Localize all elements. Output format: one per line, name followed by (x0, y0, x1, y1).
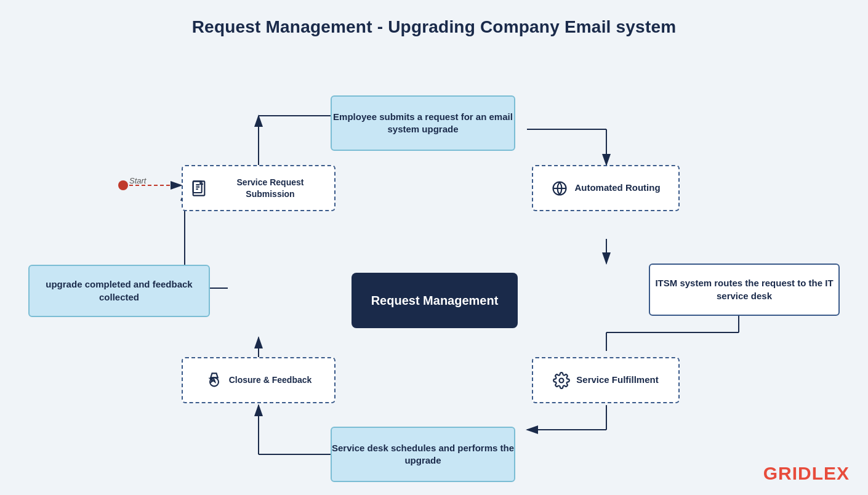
medal-icon (206, 372, 223, 389)
routing-icon (551, 180, 568, 197)
gear-icon (553, 372, 570, 389)
document-icon (190, 180, 207, 197)
service-request-box: Service Request Submission (182, 165, 336, 211)
page-title: Request Management - Upgrading Company E… (0, 0, 868, 49)
closure-feedback-box: Closure & Feedback (182, 357, 336, 403)
employee-request-box: Employee submits a request for an email … (331, 95, 515, 151)
start-label: Start (129, 176, 146, 185)
gridlex-text: GRID (763, 463, 812, 483)
service-desk-box: Service desk schedules and performs the … (331, 427, 515, 482)
svg-point-25 (560, 378, 564, 382)
automated-routing-box: Automated Routing (532, 165, 680, 211)
svg-rect-22 (193, 181, 205, 195)
itsm-routes-box: ITSM system routes the request to the IT… (649, 264, 840, 316)
gridlex-accent: LEX (812, 463, 850, 483)
service-fulfillment-box: Service Fulfillment (532, 357, 680, 403)
request-management-box: Request Management (352, 273, 518, 328)
start-dot (118, 180, 128, 190)
upgrade-completed-box: upgrade completed and feedback collected (28, 265, 210, 317)
gridlex-logo: GRIDLEX (763, 463, 850, 484)
